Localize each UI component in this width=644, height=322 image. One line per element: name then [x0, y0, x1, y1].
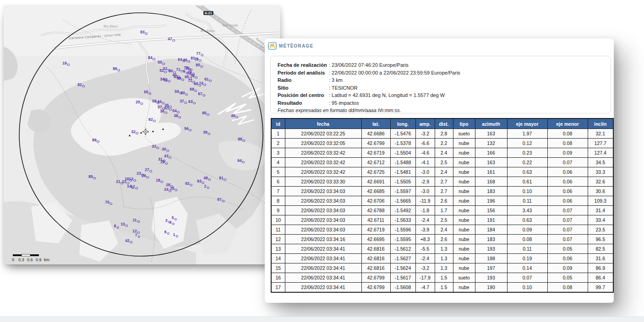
table-row: 1322/06/2022 03:34:4142.6816-1.5612-5.51… — [271, 244, 613, 254]
strike-marker-69: 69 — [177, 76, 184, 81]
cell-eje_mayor: 0.10 — [507, 187, 547, 196]
cell-eje_mayor: 0.61 — [507, 177, 547, 187]
cell-azimuth: 193 — [475, 244, 507, 254]
cell-dist: 2.4 — [435, 148, 453, 158]
strike-marker-68: 68 — [190, 87, 197, 92]
cell-fecha: 22/06/2022 03:34:16 — [285, 235, 361, 244]
cell-inclin: 127.7 — [588, 139, 613, 148]
cell-long: -1.5608 — [390, 283, 415, 293]
cell-long: -1.5612 — [390, 244, 415, 254]
cell-dist: 1.3 — [435, 244, 453, 254]
cell-tipo: nube — [453, 263, 475, 273]
table-row: 522/06/2022 03:32:4242.6725-1.5481-3.02.… — [271, 167, 613, 177]
cell-eje_menor: 0.08 — [547, 139, 588, 148]
cell-id: 2 — [271, 139, 285, 148]
cell-dist: 1.3 — [435, 263, 453, 273]
strike-marker-5: 5 — [172, 216, 177, 220]
ridge-triangle-4: ▲ — [162, 127, 165, 130]
strike-marker-52: 52 — [159, 69, 167, 73]
cell-tipo: nube — [453, 283, 475, 293]
cell-amp: -17.9 — [415, 273, 435, 283]
cell-eje_mayor: 0.63 — [507, 215, 547, 225]
strike-marker-layer: 1234567891011121314151617181920212223242… — [4, 5, 280, 264]
cell-id: 12 — [271, 235, 285, 244]
cell-dist: 1.5 — [435, 273, 453, 283]
meta-label: Sitio — [278, 84, 329, 92]
meta-label: Período del análisis — [278, 69, 329, 77]
table-row: 622/06/2022 03:33:3042.6691-1.5505-2.92.… — [271, 177, 613, 187]
map-panel: 0 0.3 0.6 0.9 km Río Elorz Carretera Cam… — [4, 5, 280, 264]
strike-marker-42: 42 — [125, 239, 132, 243]
cell-dist: 2.5 — [435, 215, 453, 225]
cell-fecha: 22/06/2022 03:34:03 — [285, 225, 361, 235]
cell-amp: -1.8 — [415, 206, 435, 215]
strike-marker-38: 38 — [174, 114, 181, 118]
strike-marker-84: 84 — [148, 56, 155, 60]
cell-fecha: 22/06/2022 03:32:42 — [285, 167, 361, 177]
strike-marker-83: 83 — [140, 30, 147, 35]
cell-eje_mayor: 0.22 — [507, 158, 547, 167]
cell-lat: 42.6719 — [361, 225, 390, 235]
cell-fecha: 22/06/2022 03:34:03 — [285, 215, 361, 225]
strike-marker-92: 92 — [185, 182, 192, 186]
meta-value: : 22/06/2022 00:00:00 a 22/06/2022 23:59… — [329, 69, 460, 77]
cell-eje_menor: 0.07 — [547, 235, 588, 244]
cell-tipo: nube — [453, 254, 475, 263]
cell-id: 13 — [271, 244, 285, 254]
cell-fecha: 22/06/2022 03:34:03 — [285, 187, 361, 196]
strike-marker-27: 27 — [145, 168, 152, 172]
cell-inclin: 96.5 — [588, 235, 613, 244]
strike-marker-45: 45 — [163, 78, 170, 82]
cell-dist: 2.5 — [435, 158, 453, 167]
strike-marker-18: 18 — [156, 178, 163, 183]
cell-inclin: 109.3 — [588, 196, 613, 206]
cell-tipo: nube — [453, 206, 475, 215]
cell-long: -1.5627 — [390, 254, 415, 263]
col-header-long: long. — [390, 118, 415, 129]
header-row: idfechalat.long.amp.dist.tipoazimutheje … — [271, 118, 613, 129]
strike-marker-75: 75 — [105, 200, 112, 205]
strike-marker-90: 90 — [180, 91, 188, 96]
cell-eje_mayor: 0.63 — [507, 167, 547, 177]
cell-dist: 2.4 — [435, 167, 453, 177]
cell-eje_menor: 0.07 — [547, 215, 588, 225]
cell-long: -1.5597 — [390, 187, 415, 196]
cell-azimuth: 183 — [475, 187, 507, 196]
cell-fecha: 22/06/2022 03:22:25 — [285, 129, 361, 139]
cell-azimuth: 193 — [475, 273, 507, 283]
cell-fecha: 22/06/2022 03:34:03 — [285, 196, 361, 206]
cell-amp: -4.6 — [415, 148, 435, 158]
cell-dist: 2.7 — [435, 187, 453, 196]
strike-marker-56: 56 — [184, 127, 191, 131]
cell-inclin: 32.1 — [588, 129, 613, 139]
impacts-table-header: idfechalat.long.amp.dist.tipoazimutheje … — [271, 118, 613, 129]
strike-marker-79: 79 — [187, 70, 195, 75]
cell-azimuth: 190 — [475, 283, 507, 293]
cell-id: 15 — [271, 263, 285, 273]
strike-marker-94: 94 — [237, 159, 245, 163]
cell-long: -1.5617 — [390, 273, 415, 283]
strike-marker-95: 95 — [202, 111, 209, 116]
cell-tipo: nube — [453, 139, 475, 148]
cell-tipo: nube — [453, 215, 475, 225]
cell-long: -1.5504 — [390, 148, 415, 158]
strike-marker-89: 89 — [92, 138, 99, 143]
strike-marker-53: 53 — [164, 106, 172, 111]
strike-marker-72: 72 — [188, 79, 195, 83]
cell-inclin: 127.4 — [588, 148, 613, 158]
cell-id: 4 — [271, 158, 285, 167]
meta-line: Posición del centro: Latitud = 42.6931 d… — [278, 91, 604, 99]
strike-marker-19: 19 — [62, 61, 70, 66]
cell-inclin: 33.3 — [588, 167, 613, 177]
table-row: 1522/06/2022 03:34:4142.6816-1.5624-3.21… — [271, 263, 613, 273]
cell-dist: 2.8 — [435, 129, 453, 139]
cell-lat: 42.6816 — [361, 263, 390, 273]
strike-marker-74: 74 — [199, 81, 206, 86]
cell-id: 16 — [271, 273, 285, 283]
cell-id: 8 — [271, 196, 285, 206]
cell-inclin: 32.6 — [588, 177, 613, 187]
cell-azimuth: 163 — [475, 129, 507, 139]
strike-marker-33: 33 — [152, 145, 159, 149]
strike-marker-50: 50 — [158, 60, 165, 65]
cell-inclin: 33.4 — [588, 215, 613, 225]
